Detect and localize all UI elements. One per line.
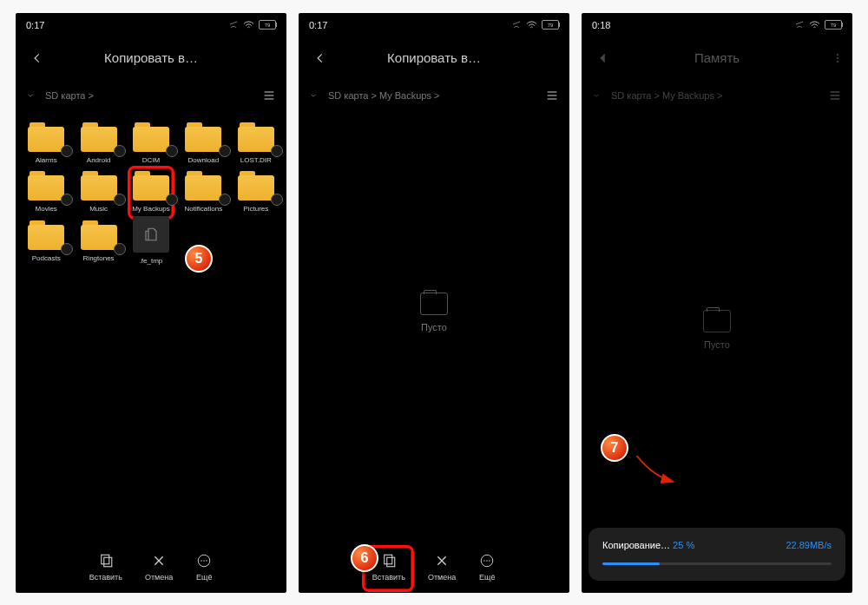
breadcrumb-segment: My Backups: [379, 90, 431, 101]
radio-unchecked[interactable]: [219, 145, 231, 157]
file-icon: [133, 216, 169, 253]
radio-unchecked[interactable]: [61, 194, 73, 206]
mute-icon: [228, 20, 239, 30]
folder-movies[interactable]: Movies: [21, 171, 71, 214]
mute-icon: [794, 20, 805, 30]
folder-download[interactable]: Download: [178, 122, 228, 165]
wifi-icon: [243, 21, 254, 30]
svg-point-10: [486, 560, 488, 562]
radio-unchecked[interactable]: [271, 194, 283, 206]
overflow-button[interactable]: [832, 37, 844, 79]
folder-lostdir[interactable]: LOST.DIR: [231, 122, 281, 165]
list-view-icon[interactable]: [545, 90, 559, 101]
chevron-down-icon: [592, 91, 601, 100]
status-bar: 0:17 79: [299, 13, 569, 37]
svg-point-11: [489, 560, 490, 562]
wifi-icon: [526, 21, 537, 30]
breadcrumb-segment: SD карта: [611, 90, 651, 101]
phone-screen-3: 0:18 79 Память SD карта > My Backups > П…: [582, 13, 852, 593]
title-bar: Копировать в…: [299, 37, 569, 79]
svg-point-13: [837, 57, 838, 59]
radio-unchecked[interactable]: [271, 145, 283, 157]
close-icon: [150, 552, 168, 569]
radio-unchecked[interactable]: [114, 145, 126, 157]
status-icons: 79: [228, 20, 276, 30]
folder-icon: [81, 171, 117, 201]
empty-state: Пусто: [582, 310, 852, 350]
folder-notifications[interactable]: Notifications: [178, 171, 228, 214]
back-button[interactable]: [24, 52, 50, 64]
breadcrumb[interactable]: SD карта > My Backups >: [299, 79, 569, 112]
cancel-button[interactable]: Отмена: [428, 552, 456, 582]
radio-unchecked[interactable]: [61, 145, 73, 157]
radio-unchecked[interactable]: [219, 194, 231, 206]
folder-my-backups[interactable]: My Backups: [126, 171, 176, 214]
svg-point-4: [203, 560, 205, 562]
folder-icon: [238, 122, 274, 152]
battery-icon: 79: [542, 20, 559, 30]
list-view-icon[interactable]: [262, 90, 276, 101]
empty-state: Пусто: [299, 293, 569, 332]
more-icon: [195, 552, 213, 569]
back-button[interactable]: [590, 52, 616, 64]
progress-card: Копирование… 25 % 22.89MB/s: [589, 528, 845, 581]
wifi-icon: [809, 21, 820, 30]
folder-music[interactable]: Music: [73, 171, 123, 214]
svg-rect-7: [387, 557, 395, 567]
battery-icon: 79: [825, 20, 842, 30]
folder-android[interactable]: Android: [73, 122, 123, 165]
svg-rect-1: [104, 557, 112, 567]
svg-point-9: [483, 560, 485, 562]
folder-icon: [28, 171, 64, 201]
paste-button[interactable]: Вставить: [89, 552, 122, 582]
empty-label: Пусто: [704, 339, 730, 350]
radio-unchecked[interactable]: [114, 194, 126, 206]
chevron-down-icon: [309, 91, 318, 100]
bottom-bar: Вставить Отмена Ещё: [16, 541, 286, 593]
paste-icon: [380, 552, 398, 569]
page-title: Копировать в…: [16, 50, 286, 65]
status-bar: 0:17 79: [16, 13, 286, 37]
status-icons: 79: [511, 20, 559, 30]
folder-alarms[interactable]: Alarms: [21, 122, 71, 165]
breadcrumb[interactable]: SD карта > My Backups >: [582, 79, 852, 112]
folder-icon: [81, 220, 117, 250]
progress-speed: 22.89MB/s: [786, 540, 832, 550]
empty-label: Пусто: [421, 322, 447, 332]
title-bar: Копировать в…: [16, 37, 286, 79]
arrow-annotation: [618, 452, 696, 487]
folder-icon: [133, 122, 169, 152]
list-view-icon[interactable]: [828, 90, 842, 101]
file-fe-tmp[interactable]: .fe_tmp: [126, 220, 176, 266]
close-icon: [433, 552, 450, 569]
content-area: Alarms Android DCIM Download LOST.DIR Mo…: [16, 114, 286, 541]
progress-fill: [602, 562, 660, 565]
radio-unchecked[interactable]: [114, 243, 126, 255]
breadcrumb-segment: SD карта: [45, 90, 85, 101]
progress-label: Копирование… 25 %: [602, 540, 694, 550]
folder-ringtones[interactable]: Ringtones: [73, 220, 123, 266]
radio-unchecked[interactable]: [61, 243, 73, 255]
more-button[interactable]: Ещё: [478, 552, 496, 582]
folder-icon: [28, 122, 64, 152]
back-button[interactable]: [307, 52, 333, 64]
progress-track: [602, 562, 832, 565]
cancel-button[interactable]: Отмена: [145, 552, 173, 582]
folder-podcasts[interactable]: Podcasts: [21, 220, 71, 266]
more-button[interactable]: Ещё: [195, 552, 213, 582]
title-bar: Память: [582, 37, 852, 79]
folder-icon: [238, 171, 274, 201]
folder-pictures[interactable]: Pictures: [231, 171, 281, 214]
radio-unchecked[interactable]: [166, 145, 178, 157]
breadcrumb-segment: My Backups: [662, 90, 714, 101]
battery-icon: 79: [259, 20, 276, 30]
breadcrumb[interactable]: SD карта >: [16, 79, 286, 112]
clock: 0:17: [26, 20, 44, 30]
folder-dcim[interactable]: DCIM: [126, 122, 176, 165]
radio-unchecked[interactable]: [166, 194, 178, 206]
status-icons: 79: [794, 20, 842, 30]
empty-folder-icon: [703, 310, 731, 332]
page-title: Память: [582, 50, 852, 65]
clock: 0:17: [309, 20, 327, 30]
folder-icon: [81, 122, 117, 152]
